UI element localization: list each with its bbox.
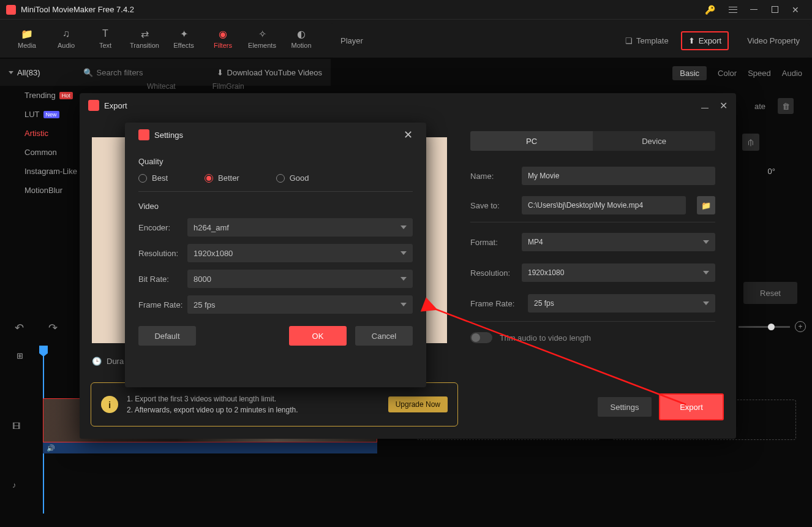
settings-dialog: Settings ✕ Quality Best Better Good Vide… bbox=[125, 123, 426, 387]
tab-media[interactable]: 📁Media bbox=[9, 25, 45, 53]
settings-title: Settings bbox=[154, 131, 183, 140]
export-button-top[interactable]: ⬆ Export bbox=[681, 31, 729, 50]
slider-thumb[interactable] bbox=[768, 324, 775, 330]
layers-icon: ❏ bbox=[625, 36, 633, 45]
titlebar: MiniTool MovieMaker Free 7.4.2 🔑 ✕ bbox=[0, 0, 812, 20]
minimize-button[interactable] bbox=[701, 100, 709, 112]
browse-folder-button[interactable]: 📁 bbox=[697, 196, 715, 214]
name-input[interactable]: My Movie bbox=[522, 167, 715, 185]
filter-thumb-label: FilmGrain bbox=[212, 82, 244, 91]
tab-audio-prop[interactable]: Audio bbox=[782, 69, 802, 78]
close-button[interactable]: ✕ bbox=[785, 0, 806, 20]
upgrade-banner: i 1. Export the first 3 videos without l… bbox=[91, 382, 458, 427]
tab-effects[interactable]: ✦Effects bbox=[165, 25, 202, 53]
export-dialog-title: Export bbox=[104, 101, 127, 110]
align-center-button[interactable]: ⫛ bbox=[742, 134, 759, 151]
format-select[interactable]: MP4 bbox=[522, 233, 715, 251]
video-heading: Video bbox=[138, 202, 413, 211]
audio-clip[interactable]: 🔊 bbox=[43, 442, 377, 453]
chevron-down-icon bbox=[400, 251, 407, 255]
rotation-value: 0° bbox=[768, 167, 775, 176]
menu-button[interactable] bbox=[723, 0, 743, 20]
chevron-down-icon[interactable] bbox=[9, 71, 13, 74]
template-button[interactable]: ❏ Template bbox=[625, 36, 669, 45]
tab-motion[interactable]: ◐Motion bbox=[283, 25, 320, 53]
framerate-select[interactable]: 25 fps bbox=[187, 295, 413, 314]
bitrate-select[interactable]: 8000 bbox=[187, 270, 413, 288]
name-label: Name: bbox=[470, 172, 514, 181]
trim-audio-toggle[interactable] bbox=[470, 332, 492, 343]
player-bar: Player ❏ Template ⬆ Export Video Propert… bbox=[331, 23, 810, 58]
chevron-down-icon bbox=[703, 240, 709, 244]
trim-audio-label: Trim audio to video length bbox=[500, 333, 591, 343]
slider-track[interactable] bbox=[739, 326, 790, 328]
align-icon: ⫛ bbox=[747, 138, 755, 147]
cancel-button[interactable]: Cancel bbox=[355, 326, 413, 346]
undo-button[interactable]: ↶ bbox=[15, 321, 24, 335]
format-label: Format: bbox=[470, 238, 514, 247]
resolution-select[interactable]: 1920x1080 bbox=[522, 264, 715, 282]
app-title: MiniTool MovieMaker Free 7.4.2 bbox=[21, 5, 134, 14]
rotate-label: ate bbox=[754, 102, 765, 111]
quality-better[interactable]: Better bbox=[205, 173, 239, 183]
chevron-down-icon bbox=[703, 301, 709, 305]
tab-basic[interactable]: Basic bbox=[672, 66, 707, 80]
tab-text[interactable]: TText bbox=[87, 25, 124, 53]
all-count[interactable]: All(83) bbox=[17, 68, 40, 77]
resolution-select[interactable]: 1920x1080 bbox=[187, 244, 413, 262]
bitrate-label: Bit Rate: bbox=[138, 275, 187, 284]
tab-speed[interactable]: Speed bbox=[748, 69, 771, 78]
key-icon[interactable]: 🔑 bbox=[705, 5, 715, 15]
framerate-label: Frame Rate: bbox=[470, 299, 521, 308]
reset-button[interactable]: Reset bbox=[743, 282, 797, 304]
video-property-label: Video Property bbox=[747, 36, 800, 45]
add-track-button[interactable]: ⊞ bbox=[11, 347, 28, 364]
search-filters[interactable]: 🔍 Search filters bbox=[83, 68, 143, 77]
redo-button[interactable]: ↷ bbox=[48, 321, 58, 335]
player-label: Player bbox=[340, 36, 363, 45]
quality-good[interactable]: Good bbox=[276, 173, 309, 183]
tab-audio[interactable]: ♫Audio bbox=[48, 25, 85, 53]
app-icon bbox=[138, 129, 149, 140]
trash-icon: 🗑 bbox=[782, 102, 790, 111]
delete-button[interactable]: 🗑 bbox=[778, 98, 794, 114]
encoder-select[interactable]: h264_amf bbox=[187, 218, 413, 237]
clock-icon: 🕒 bbox=[92, 357, 102, 366]
settings-button[interactable]: Settings bbox=[598, 397, 652, 417]
app-icon bbox=[88, 100, 99, 111]
tab-transition[interactable]: ⇄Transition bbox=[126, 25, 163, 53]
download-icon: ⬇ bbox=[217, 68, 224, 77]
tab-device[interactable]: Device bbox=[593, 131, 715, 151]
encoder-label: Encoder: bbox=[138, 223, 187, 232]
duration-label: 🕒 Dura bbox=[92, 357, 124, 366]
tab-color[interactable]: Color bbox=[718, 69, 737, 78]
filter-thumb-label: Whitecat bbox=[147, 82, 176, 91]
framerate-select[interactable]: 25 fps bbox=[528, 294, 715, 313]
zoom-slider[interactable]: + bbox=[739, 321, 806, 332]
close-button[interactable]: ✕ bbox=[720, 100, 727, 112]
framerate-label: Frame Rate: bbox=[138, 300, 187, 309]
filter-categories: Whitecat FilmGrain TrendingHot LUTNew Ar… bbox=[0, 86, 92, 200]
search-icon: 🔍 bbox=[83, 68, 93, 77]
export-confirm-button[interactable]: Export bbox=[659, 393, 724, 420]
quality-best[interactable]: Best bbox=[138, 173, 168, 183]
property-tabs: Basic Color Speed Audio bbox=[672, 66, 802, 80]
resolution-label: Resolution: bbox=[470, 268, 514, 278]
tab-elements[interactable]: ✧Elements bbox=[244, 25, 280, 53]
minimize-button[interactable] bbox=[743, 0, 764, 20]
tab-filters[interactable]: ◉Filters bbox=[205, 25, 241, 53]
default-button[interactable]: Default bbox=[138, 326, 196, 346]
ok-button[interactable]: OK bbox=[289, 326, 347, 346]
close-button[interactable]: ✕ bbox=[404, 128, 413, 142]
app-icon bbox=[6, 5, 16, 15]
download-youtube-link[interactable]: ⬇ Download YouTube Videos bbox=[217, 68, 322, 77]
chevron-down-icon bbox=[703, 271, 709, 275]
tab-pc[interactable]: PC bbox=[470, 131, 593, 151]
info-icon: i bbox=[101, 396, 118, 413]
maximize-button[interactable] bbox=[764, 0, 785, 20]
folder-icon: 📁 bbox=[701, 201, 711, 210]
zoom-in-button[interactable]: + bbox=[795, 321, 806, 332]
saveto-input[interactable]: C:\Users\bj\Desktop\My Movie.mp4 bbox=[522, 196, 686, 214]
upgrade-line2: 2. Afterwards, export video up to 2 minu… bbox=[127, 404, 298, 415]
upgrade-now-button[interactable]: Upgrade Now bbox=[388, 396, 448, 412]
